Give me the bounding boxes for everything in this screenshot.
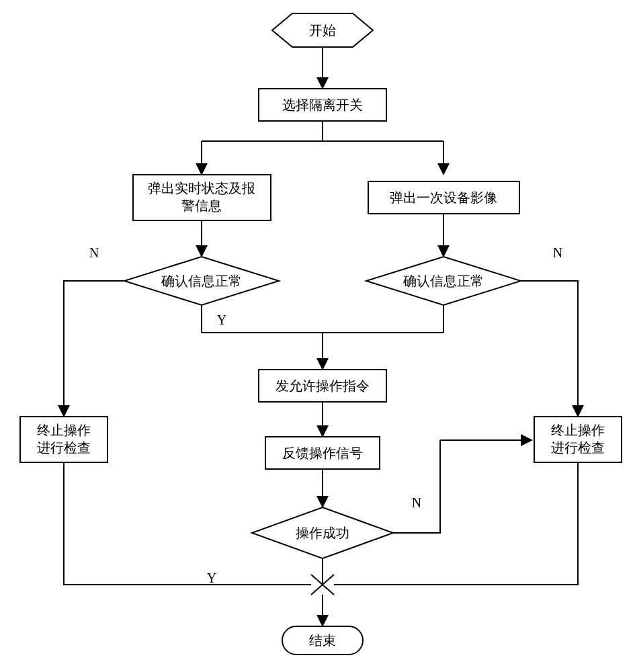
left-popup-l1: 弹出实时状态及报 bbox=[148, 181, 255, 196]
right-confirm-label: 确认信息正常 bbox=[403, 274, 484, 288]
y-label-left-mid: Y bbox=[217, 312, 226, 327]
left-popup-l2: 警信息 bbox=[181, 198, 222, 213]
start-label: 开始 bbox=[309, 23, 336, 38]
n-label-right: N bbox=[553, 245, 562, 260]
left-abort-l1: 终止操作 bbox=[37, 423, 91, 437]
select-label: 选择隔离开关 bbox=[282, 97, 363, 112]
right-popup-label: 弹出一次设备影像 bbox=[390, 190, 497, 205]
send-cmd-label: 发允许操作指令 bbox=[276, 378, 370, 393]
feedback-label: 反馈操作信号 bbox=[282, 446, 363, 460]
end-label: 结束 bbox=[309, 633, 336, 648]
success-label: 操作成功 bbox=[296, 526, 349, 540]
right-abort-l1: 终止操作 bbox=[551, 423, 605, 437]
right-abort-l2: 进行检查 bbox=[551, 440, 605, 455]
flowchart: 开始 选择隔离开关 弹出实时状态及报 警信息 弹出一次设备影像 确认信息正常 确… bbox=[0, 0, 635, 672]
left-confirm-label: 确认信息正常 bbox=[161, 274, 242, 288]
n-label-success: N bbox=[412, 495, 421, 510]
n-label-left: N bbox=[89, 245, 99, 260]
y-label-success: Y bbox=[207, 571, 216, 585]
left-abort-l2: 进行检查 bbox=[37, 440, 91, 455]
